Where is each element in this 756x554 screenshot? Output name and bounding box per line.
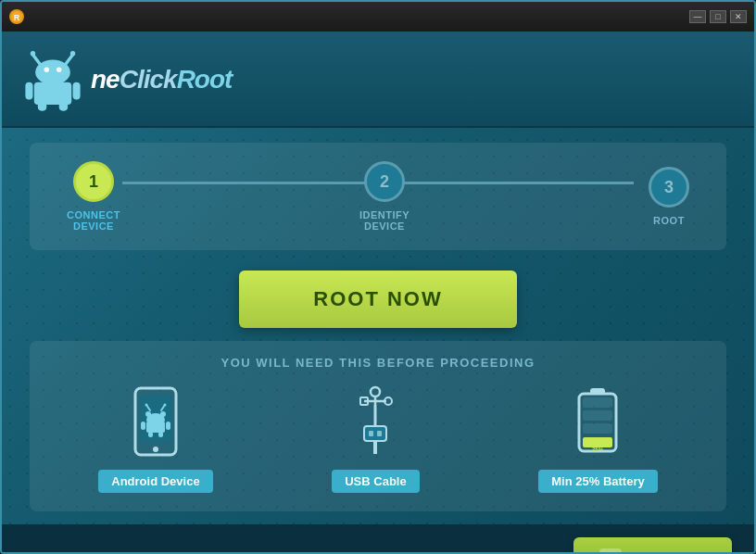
logo-container: neClickRoot bbox=[20, 43, 232, 117]
svg-point-16 bbox=[153, 447, 158, 452]
step-2: 2 IDENTIFYDEVICE bbox=[359, 161, 410, 232]
steps-row: 1 CONNECTDEVICE 2 IDENTIFYDEVICE 3 ROOT bbox=[67, 161, 689, 232]
battery-icon: 25% bbox=[565, 384, 630, 459]
close-button[interactable]: ✕ bbox=[730, 10, 747, 23]
live-chat-label: Live Chat bbox=[631, 549, 706, 555]
android-device-icon bbox=[123, 384, 188, 459]
svg-point-6 bbox=[35, 59, 70, 84]
svg-rect-11 bbox=[73, 82, 81, 100]
svg-line-4 bbox=[65, 55, 72, 65]
logo-click: Click bbox=[120, 65, 177, 94]
svg-rect-45 bbox=[583, 410, 612, 421]
step-2-label: IDENTIFYDEVICE bbox=[359, 209, 410, 232]
prereq-items: Android Device bbox=[48, 384, 708, 493]
svg-point-29 bbox=[371, 387, 380, 397]
svg-point-3 bbox=[31, 51, 35, 56]
step-1-label: CONNECTDEVICE bbox=[67, 209, 120, 232]
root-now-container: ROOT NOW bbox=[2, 271, 754, 328]
logo-text: neClickRoot bbox=[91, 65, 232, 94]
step-1: 1 CONNECTDEVICE bbox=[67, 161, 120, 232]
step-3-label: ROOT bbox=[653, 215, 685, 226]
svg-rect-23 bbox=[148, 432, 153, 437]
steps-container: 1 CONNECTDEVICE 2 IDENTIFYDEVICE 3 ROOT bbox=[30, 143, 726, 250]
minimize-button[interactable]: — bbox=[689, 10, 706, 23]
logo-root: Root bbox=[177, 65, 233, 94]
title-bar: R — □ ✕ bbox=[2, 2, 754, 31]
svg-rect-10 bbox=[25, 82, 32, 100]
svg-point-27 bbox=[145, 404, 147, 407]
prereq-battery-label: Min 25% Battery bbox=[538, 470, 657, 493]
svg-rect-36 bbox=[364, 426, 386, 441]
svg-rect-44 bbox=[583, 397, 612, 408]
logo-ne: ne bbox=[91, 65, 120, 94]
usb-cable-icon bbox=[343, 384, 408, 459]
live-chat-button[interactable]: Live Chat bbox=[573, 537, 732, 554]
svg-point-28 bbox=[163, 404, 166, 407]
svg-text:R: R bbox=[14, 13, 20, 22]
svg-rect-20 bbox=[146, 422, 165, 433]
svg-rect-39 bbox=[377, 431, 382, 436]
svg-point-8 bbox=[57, 68, 61, 72]
svg-rect-21 bbox=[141, 422, 145, 430]
title-bar-left: R bbox=[9, 9, 24, 24]
chat-bubble-icon bbox=[599, 548, 622, 554]
svg-point-5 bbox=[70, 51, 75, 56]
prereq-battery: 25% Min 25% Battery bbox=[538, 384, 657, 493]
root-now-button[interactable]: ROOT NOW bbox=[239, 271, 516, 328]
header: neClickRoot bbox=[2, 31, 754, 128]
svg-line-2 bbox=[32, 55, 40, 65]
svg-rect-12 bbox=[38, 102, 46, 110]
svg-point-7 bbox=[44, 68, 49, 72]
app-icon: R bbox=[9, 9, 24, 24]
svg-rect-9 bbox=[34, 82, 71, 105]
step-1-circle: 1 bbox=[73, 161, 114, 202]
main-content: neClickRoot 1 CONNECTDEVICE 2 IDENTIFYDE… bbox=[2, 31, 754, 524]
prereq-android-label: Android Device bbox=[98, 470, 212, 493]
step-2-circle: 2 bbox=[364, 161, 405, 202]
prereq-usb-label: USB Cable bbox=[332, 470, 419, 493]
maximize-button[interactable]: □ bbox=[710, 10, 726, 23]
svg-rect-38 bbox=[369, 431, 373, 436]
footer: Need Help Rooting? Speak with a Root Exp… bbox=[2, 524, 754, 554]
prerequisites-section: YOU WILL NEED THIS BEFORE PROCEEDING bbox=[30, 341, 726, 511]
footer-help-text: Need Help Rooting? Speak with a Root Exp… bbox=[24, 551, 328, 555]
prereq-android-device: Android Device bbox=[98, 384, 212, 493]
step-3-circle: 3 bbox=[649, 167, 689, 208]
window-controls: — □ ✕ bbox=[689, 10, 747, 23]
svg-rect-22 bbox=[166, 422, 170, 430]
step-3: 3 ROOT bbox=[649, 167, 689, 226]
svg-rect-13 bbox=[59, 102, 68, 110]
logo-android-icon bbox=[20, 43, 85, 117]
svg-rect-46 bbox=[583, 423, 612, 434]
prereq-usb-cable: USB Cable bbox=[332, 384, 419, 493]
svg-rect-24 bbox=[158, 432, 163, 437]
prereq-title: YOU WILL NEED THIS BEFORE PROCEEDING bbox=[48, 356, 708, 370]
svg-text:25%: 25% bbox=[592, 447, 604, 452]
app-window: R — □ ✕ bbox=[0, 0, 756, 554]
